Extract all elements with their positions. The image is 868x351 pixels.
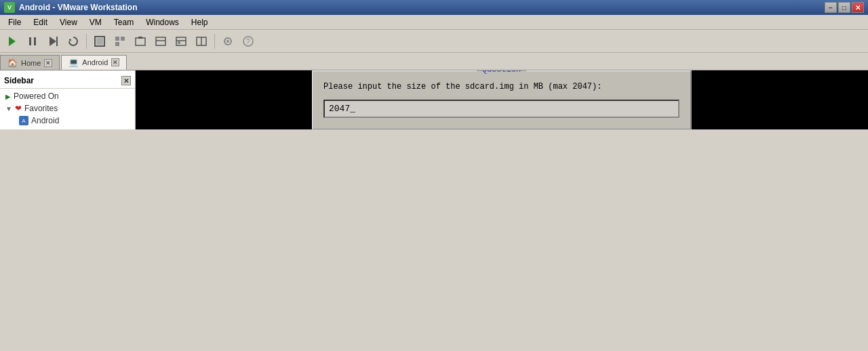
toolbar-resume[interactable] [43, 33, 62, 50]
menu-team[interactable]: Team [108, 16, 139, 28]
toolbar-snapshot[interactable] [131, 33, 150, 50]
toolbar: ? [0, 30, 868, 53]
minimize-button[interactable]: − [825, 2, 837, 13]
svg-marker-3 [50, 37, 56, 46]
sidebar-title: Sidebar [4, 76, 34, 85]
toolbar-view1[interactable] [151, 33, 170, 50]
tab-android-close[interactable]: ✕ [111, 58, 119, 66]
toolbar-restart[interactable] [64, 33, 83, 50]
svg-marker-0 [9, 37, 16, 46]
svg-rect-9 [121, 37, 125, 41]
svg-marker-5 [69, 39, 72, 41]
content-area: Sidebar ✕ ▶ Powered On ▼ ❤ Favorites A A… [0, 70, 868, 129]
sidebar-favorites-label: Favorites [24, 104, 58, 113]
window-title: Android - VMware Workstation [19, 3, 137, 12]
toolbar-fullscreen[interactable] [90, 33, 109, 50]
tab-android[interactable]: 💻 Android ✕ [61, 55, 127, 70]
toolbar-power-on[interactable] [3, 33, 22, 50]
tab-home-close[interactable]: ✕ [44, 59, 52, 67]
toolbar-sep-1 [86, 34, 87, 49]
svg-rect-1 [29, 37, 31, 45]
home-icon: 🏠 [7, 58, 18, 68]
svg-text:?: ? [246, 38, 250, 45]
sidebar-header: Sidebar ✕ [0, 73, 135, 89]
svg-rect-8 [115, 37, 119, 41]
title-bar-buttons: − □ ✕ [825, 2, 864, 13]
dialog-title: Question [477, 70, 527, 75]
sidebar-item-powered-on[interactable]: ▶ Powered On [0, 90, 135, 102]
sidebar-item-favorites[interactable]: ▼ ❤ Favorites [0, 102, 135, 115]
menu-edit[interactable]: Edit [28, 16, 53, 28]
svg-rect-11 [136, 38, 145, 45]
toolbar-view3[interactable] [192, 33, 211, 50]
vm-content[interactable]: Question Please input the size of the sd… [136, 70, 868, 129]
tabs-bar: 🏠 Home ✕ 💻 Android ✕ [0, 53, 868, 70]
toolbar-sep-2 [214, 34, 215, 49]
close-button[interactable]: ✕ [852, 2, 864, 13]
vm-tab-icon: 💻 [68, 58, 79, 67]
title-bar-left: V Android - VMware Workstation [4, 2, 137, 13]
sidebar-item-android[interactable]: A Android [0, 115, 135, 127]
svg-rect-13 [156, 37, 165, 45]
menu-help[interactable]: Help [186, 16, 214, 28]
sidebar-android-label: Android [31, 116, 59, 125]
powered-on-arrow-icon: ▶ [5, 93, 11, 100]
toolbar-suspend[interactable] [23, 33, 42, 50]
svg-rect-17 [178, 41, 180, 44]
menu-windows[interactable]: Windows [140, 16, 184, 28]
svg-rect-10 [115, 42, 119, 46]
dialog-message: Please input the size of the sdcard.img … [323, 82, 679, 91]
toolbar-prefs[interactable] [218, 33, 237, 50]
tab-home[interactable]: 🏠 Home ✕ [0, 55, 60, 70]
svg-rect-2 [34, 37, 36, 45]
tab-android-label: Android [82, 58, 108, 66]
toolbar-view2[interactable] [172, 33, 191, 50]
title-bar: V Android - VMware Workstation − □ ✕ [0, 0, 868, 15]
svg-rect-7 [96, 38, 103, 45]
sidebar-close-button[interactable]: ✕ [121, 76, 131, 85]
dialog-input[interactable] [323, 100, 679, 118]
question-dialog: Question Please input the size of the sd… [312, 70, 692, 129]
svg-point-21 [226, 40, 229, 43]
svg-rect-4 [56, 37, 58, 46]
toolbar-unity[interactable] [111, 33, 130, 50]
menu-bar: File Edit View VM Team Windows Help [0, 15, 868, 30]
maximize-button[interactable]: □ [838, 2, 850, 13]
toolbar-help[interactable]: ? [239, 33, 258, 50]
heart-icon: ❤ [15, 104, 22, 113]
app-icon: V [4, 2, 15, 13]
vm-icon: A [19, 116, 28, 125]
menu-vm[interactable]: VM [84, 16, 107, 28]
menu-file[interactable]: File [3, 16, 26, 28]
sidebar-powered-on-label: Powered On [14, 91, 59, 101]
sidebar: Sidebar ✕ ▶ Powered On ▼ ❤ Favorites A A… [0, 70, 136, 129]
menu-view[interactable]: View [54, 16, 83, 28]
favorites-collapse-icon: ▼ [5, 105, 12, 112]
svg-rect-12 [138, 37, 142, 39]
tab-home-label: Home [21, 59, 41, 67]
